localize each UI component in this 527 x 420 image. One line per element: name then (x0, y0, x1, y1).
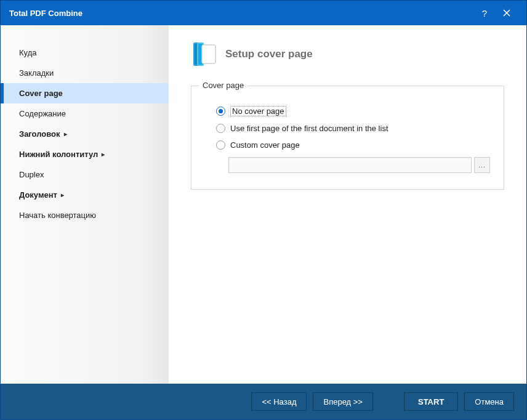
sidebar-item-7[interactable]: Документ▸ (1, 185, 169, 205)
radio-icon (216, 124, 225, 133)
sidebar-item-label: Содержание (19, 109, 66, 118)
main-panel: Setup cover page Cover page No cover pag… (169, 25, 526, 384)
sidebar-item-2[interactable]: Cover page (1, 83, 169, 103)
chevron-right-icon: ▸ (64, 131, 67, 137)
browse-button[interactable]: ... (474, 157, 490, 173)
help-icon[interactable]: ? (473, 1, 496, 25)
sidebar-item-label: Куда (19, 48, 36, 57)
window-title: Total PDF Combine (9, 9, 82, 18)
custom-path-row: ... (228, 157, 490, 173)
radio-label: Use first page of the first document in … (230, 124, 388, 133)
sidebar: КудаЗакладкиCover pageСодержаниеЗаголово… (1, 25, 169, 384)
layout: КудаЗакладкиCover pageСодержаниеЗаголово… (1, 25, 526, 384)
radio-icon (216, 140, 225, 150)
sidebar-item-1[interactable]: Закладки (1, 63, 169, 83)
cancel-button[interactable]: Отмена (464, 392, 514, 411)
sidebar-item-label: Начать конвертацию (19, 211, 96, 220)
sidebar-item-label: Закладки (19, 68, 54, 78)
start-button[interactable]: START (404, 392, 458, 411)
radio-icon (216, 107, 225, 116)
custom-path-input[interactable] (228, 157, 472, 173)
close-icon[interactable] (496, 1, 518, 25)
page-title: Setup cover page (225, 48, 313, 60)
titlebar: Total PDF Combine ? (1, 1, 526, 25)
back-button[interactable]: << Назад (251, 392, 307, 411)
radio-option-0[interactable]: No cover page (216, 106, 490, 116)
sidebar-item-label: Документ (19, 190, 57, 200)
sidebar-item-8[interactable]: Начать конвертацию (1, 205, 169, 225)
sidebar-item-4[interactable]: Заголовок▸ (1, 124, 169, 144)
svg-rect-8 (203, 46, 215, 63)
cover-page-icon (191, 41, 217, 67)
sidebar-item-6[interactable]: Duplex (1, 164, 169, 185)
page-header: Setup cover page (191, 41, 504, 67)
fieldset-legend: Cover page (199, 81, 247, 90)
sidebar-item-5[interactable]: Нижний колонтитул▸ (1, 144, 169, 164)
radio-option-2[interactable]: Custom cover page (216, 140, 490, 150)
app-window: Total PDF Combine ? КудаЗакладкиCover pa… (0, 0, 527, 420)
sidebar-item-label: Нижний колонтитул (19, 150, 98, 159)
sidebar-item-label: Заголовок (19, 129, 60, 139)
radio-label: Custom cover page (230, 140, 300, 150)
cover-fieldset: Cover page No cover pageUse first page o… (191, 86, 504, 190)
radio-option-1[interactable]: Use first page of the first document in … (216, 124, 490, 133)
next-button[interactable]: Вперед >> (313, 392, 373, 411)
radio-label: No cover page (230, 106, 286, 116)
sidebar-item-label: Duplex (19, 170, 44, 179)
chevron-right-icon: ▸ (61, 192, 64, 198)
sidebar-item-0[interactable]: Куда (1, 42, 169, 63)
footer: << Назад Вперед >> START Отмена (1, 384, 526, 419)
chevron-right-icon: ▸ (102, 151, 105, 158)
sidebar-item-label: Cover page (19, 89, 63, 98)
sidebar-item-3[interactable]: Содержание (1, 103, 169, 124)
